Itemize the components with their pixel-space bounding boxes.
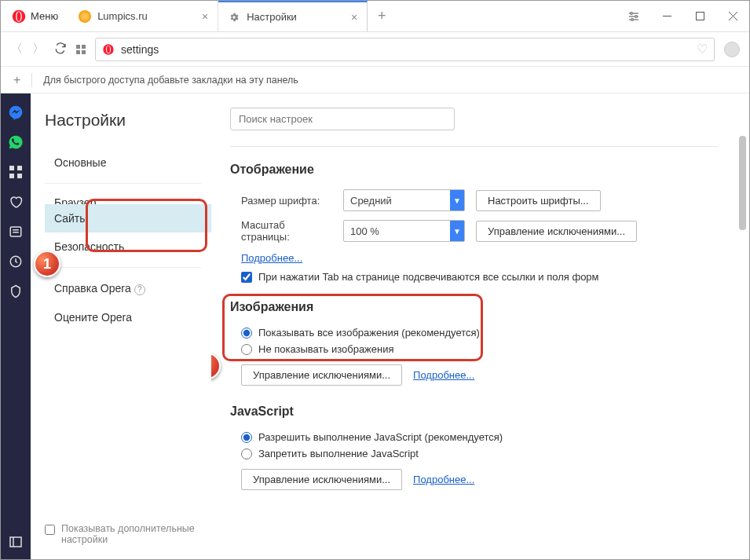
tab-lumpics[interactable]: Lumpics.ru × [69,1,218,31]
bookmarks-add-button[interactable]: + [13,73,20,87]
close-icon[interactable]: × [202,10,208,23]
images-exceptions-button[interactable]: Управление исключениями... [241,364,402,386]
section-images-title: Изображения [230,300,718,314]
images-show-radio[interactable]: Показывать все изображения (рекомендуетс… [230,327,718,339]
tab-highlight-checkbox[interactable]: При нажатии Tab на странице подсвечивают… [230,271,718,283]
nav-help-label: Справка Opera [54,282,131,295]
nav-help[interactable]: Справка Opera? [45,274,211,303]
js-deny-label: Запретить выполнение JavaScript [258,448,419,459]
page-zoom-select[interactable]: 100 %▼ [343,220,465,242]
svg-rect-18 [9,174,14,178]
svg-rect-19 [17,174,22,178]
close-icon[interactable]: × [351,11,357,24]
display-more-link[interactable]: Подробнее... [230,252,302,264]
svg-point-6 [631,12,633,14]
show-advanced-label: Показывать дополнительные настройки [61,523,211,545]
images-hide-radio[interactable]: Не показывать изображения [230,343,718,355]
window-controls [617,1,749,32]
tab-strip: Lumpics.ru × Настройки × + [69,1,617,31]
sidebar-strip [1,93,31,560]
section-display-title: Отображение [230,163,718,177]
svg-point-7 [635,15,638,17]
new-tab-button[interactable]: + [368,1,396,31]
heart-icon[interactable]: ♡ [697,42,708,57]
page-zoom-label: Масштаб страницы: [230,219,332,243]
sidebar-collapse-icon[interactable] [8,534,24,550]
bookmarks-hint: Для быстрого доступа добавьте закладки н… [43,75,298,86]
search-settings-input[interactable] [230,108,455,130]
whatsapp-icon[interactable] [8,134,24,150]
js-allow-radio[interactable]: Разрешить выполнение JavaScript (рекомен… [230,431,718,443]
body-area: Настройки Основные Браузер Сайты Безопас… [1,93,749,560]
title-bar: Меню Lumpics.ru × Настройки × + [1,1,749,32]
font-size-value: Средний [350,195,392,207]
nav-rate[interactable]: Оцените Opera [45,303,211,331]
settings-content: Отображение Размер шрифта: Средний▼ Наст… [211,93,749,560]
show-advanced-input[interactable] [45,525,55,535]
js-allow-input[interactable] [241,432,252,443]
profile-button[interactable] [724,42,740,57]
address-input[interactable] [121,43,690,56]
help-icon: ? [134,284,145,295]
nav-browser[interactable]: Браузер [45,190,211,204]
js-more-link[interactable]: Подробнее... [413,474,474,485]
svg-point-2 [16,12,20,21]
scrollbar[interactable] [739,136,746,230]
news-icon[interactable] [8,224,24,240]
divider [45,267,202,268]
easy-setup-icon[interactable] [617,1,650,32]
customize-fonts-button[interactable]: Настроить шрифты... [476,190,601,211]
gear-icon [228,11,240,24]
messenger-icon[interactable] [8,104,24,120]
font-size-select[interactable]: Средний▼ [343,189,465,211]
js-exceptions-button[interactable]: Управление исключениями... [241,469,402,490]
nav-sites[interactable]: Сайты [45,204,211,232]
close-button[interactable] [716,1,749,32]
extensions-icon[interactable] [8,284,24,299]
address-bar[interactable]: ♡ [95,38,715,61]
reload-button[interactable] [54,42,67,57]
tab-settings[interactable]: Настройки × [218,1,368,31]
images-show-input[interactable] [241,328,252,339]
images-hide-input[interactable] [241,344,252,355]
annotation-marker-2: 2 [211,353,221,379]
js-deny-input[interactable] [241,448,252,459]
menu-label: Меню [31,10,58,22]
divider [31,73,32,87]
chevron-down-icon: ▼ [450,190,464,210]
maximize-button[interactable] [683,1,716,32]
bookmarks-heart-icon[interactable] [8,194,24,210]
svg-rect-16 [9,166,14,170]
tab-favicon-icon [79,10,91,23]
bookmarks-bar: + Для быстрого доступа добавьте закладки… [1,67,749,93]
zoom-exceptions-button[interactable]: Управление исключениями... [476,221,637,242]
menu-button[interactable]: Меню [1,1,69,31]
svg-point-8 [631,18,634,20]
history-icon[interactable] [8,254,24,269]
svg-rect-24 [10,537,21,547]
settings-nav: Настройки Основные Браузер Сайты Безопас… [31,93,211,560]
chevron-down-icon: ▼ [450,221,464,241]
tab-title: Lumpics.ru [97,10,148,22]
js-deny-radio[interactable]: Запретить выполнение JavaScript [230,448,718,459]
svg-rect-10 [696,13,704,20]
speed-dial-button[interactable] [76,45,86,54]
js-allow-label: Разрешить выполнение JavaScript (рекомен… [258,431,503,443]
section-js-title: JavaScript [230,404,718,419]
nav-security[interactable]: Безопасность [45,232,211,261]
page-zoom-value: 100 % [350,225,379,237]
opera-badge-icon [102,43,115,56]
back-button[interactable]: 〈 [10,41,23,57]
tab-highlight-input[interactable] [241,272,252,283]
show-advanced-checkbox[interactable]: Показывать дополнительные настройки [45,523,211,560]
nav-basic[interactable]: Основные [45,148,211,177]
divider [230,146,718,147]
minimize-button[interactable] [650,1,683,32]
toolbar: 〈 〉 ♡ [1,32,749,67]
forward-button[interactable]: 〉 [32,41,45,57]
speed-dial-icon[interactable] [8,164,24,180]
annotation-marker-1: 1 [34,251,60,277]
opera-logo-icon [12,9,26,24]
images-more-link[interactable]: Подробнее... [413,369,474,381]
tab-title: Настройки [247,11,297,23]
